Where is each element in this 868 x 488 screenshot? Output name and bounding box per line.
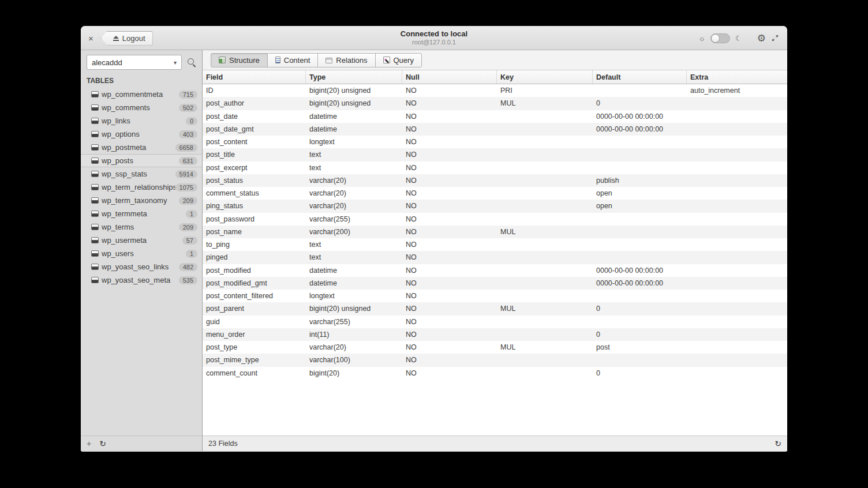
add-button[interactable]: + [87, 440, 91, 448]
tab-content[interactable]: Content [267, 53, 319, 67]
cell: 0000-00-00 00:00:00 [593, 123, 687, 136]
view-tabs: StructureContentRelationsQuery [211, 53, 422, 67]
cell: comment_status [203, 187, 306, 200]
cell: post_date [203, 110, 306, 123]
cell: post_author [203, 97, 306, 110]
field-row-post_parent[interactable]: post_parentbigint(20) unsignedNOMUL0 [203, 302, 787, 315]
cell [497, 264, 593, 277]
field-row-post_author[interactable]: post_authorbigint(20) unsignedNOMUL0 [203, 97, 787, 110]
table-icon [91, 184, 99, 190]
cell: post_title [203, 148, 306, 161]
cell: MUL [497, 226, 593, 238]
tab-query[interactable]: Query [375, 53, 422, 67]
cell: longtext [306, 290, 402, 302]
cell: MUL [497, 341, 593, 354]
sidebar-item-wp_posts[interactable]: wp_posts631 [81, 154, 202, 167]
cell [593, 316, 687, 328]
sidebar-item-wp_usermeta[interactable]: wp_usermeta57 [81, 234, 202, 247]
field-row-post_content[interactable]: post_contentlongtextNO [203, 136, 787, 148]
cell: varchar(100) [306, 354, 402, 366]
field-row-comment_count[interactable]: comment_countbigint(20)NO0 [203, 367, 787, 380]
tab-relations[interactable]: Relations [317, 53, 375, 67]
field-row-post_mime_type[interactable]: post_mime_typevarchar(100)NO [203, 354, 787, 366]
field-row-post_name[interactable]: post_namevarchar(200)NOMUL [203, 226, 787, 238]
database-selector-value: alecaddd [92, 58, 122, 67]
field-row-ping_status[interactable]: ping_statusvarchar(20)NOopen [203, 200, 787, 212]
cell [593, 213, 687, 226]
sidebar-item-wp_users[interactable]: wp_users1 [81, 247, 202, 260]
cell: datetime [306, 110, 402, 123]
cell: NO [402, 316, 497, 328]
fullscreen-button[interactable] [771, 34, 779, 42]
table-name: wp_commentmeta [102, 90, 179, 99]
sidebar-item-wp_yoast_seo_links[interactable]: wp_yoast_seo_links482 [81, 260, 202, 273]
cell [687, 187, 787, 200]
sidebar-item-wp_termmeta[interactable]: wp_termmeta1 [81, 207, 202, 220]
sidebar-item-wp_comments[interactable]: wp_comments502 [81, 101, 202, 114]
field-row-post_password[interactable]: post_passwordvarchar(255)NO [203, 213, 787, 226]
refresh-structure-button[interactable]: ↻ [775, 440, 781, 448]
column-header-extra[interactable]: Extra [687, 70, 787, 84]
search-tables-button[interactable] [186, 57, 197, 68]
cell [497, 200, 593, 212]
table-name: wp_term_relationships [102, 183, 175, 192]
sidebar-item-wp_commentmeta[interactable]: wp_commentmeta715 [81, 88, 202, 101]
field-row-menu_order[interactable]: menu_orderint(11)NO0 [203, 328, 787, 341]
field-row-post_content_filtered[interactable]: post_content_filteredlongtextNO [203, 290, 787, 302]
database-selector[interactable]: alecaddd ▾ [87, 55, 182, 70]
field-row-post_title[interactable]: post_titletextNO [203, 148, 787, 161]
sidebar-item-wp_options[interactable]: wp_options403 [81, 127, 202, 141]
row-count-badge: 715 [179, 91, 197, 99]
cell: datetime [306, 277, 402, 290]
table-name: wp_term_taxonomy [102, 196, 179, 205]
field-row-to_ping[interactable]: to_pingtextNO [203, 238, 787, 251]
field-row-post_status[interactable]: post_statusvarchar(20)NOpublish [203, 174, 787, 187]
cell [497, 251, 593, 264]
sidebar-item-wp_term_relationships[interactable]: wp_term_relationships1075 [81, 181, 202, 194]
sidebar-item-wp_links[interactable]: wp_links0 [81, 114, 202, 127]
cell: 0 [593, 367, 687, 380]
cell: 0000-00-00 00:00:00 [593, 110, 687, 123]
table-icon [91, 224, 99, 230]
refresh-tables-button[interactable]: ↻ [99, 440, 106, 448]
close-window-button[interactable]: × [87, 34, 95, 43]
table-icon [91, 118, 99, 124]
column-header-type[interactable]: Type [306, 70, 402, 84]
field-row-post_date_gmt[interactable]: post_date_gmtdatetimeNO0000-00-00 00:00:… [203, 123, 787, 136]
column-header-null[interactable]: Null [402, 70, 497, 84]
cell [687, 290, 787, 302]
cell: post_mime_type [203, 354, 306, 366]
logout-label: Logout [122, 34, 145, 43]
field-row-post_date[interactable]: post_datedatetimeNO0000-00-00 00:00:00 [203, 110, 787, 123]
cell: varchar(200) [306, 226, 402, 238]
field-row-guid[interactable]: guidvarchar(255)NO [203, 316, 787, 328]
field-row-post_excerpt[interactable]: post_excerpttextNO [203, 162, 787, 174]
sidebar-item-wp_ssp_stats[interactable]: wp_ssp_stats5914 [81, 167, 202, 181]
chevron-down-icon: ▾ [174, 59, 177, 66]
cell [687, 316, 787, 328]
column-header-key[interactable]: Key [497, 70, 593, 84]
cell [593, 226, 687, 238]
row-count-badge: 535 [179, 276, 197, 284]
column-header-field[interactable]: Field [203, 70, 306, 84]
sidebar-item-wp_yoast_seo_meta[interactable]: wp_yoast_seo_meta535 [81, 273, 202, 287]
field-row-pinged[interactable]: pingedtextNO [203, 251, 787, 264]
column-header-default[interactable]: Default [593, 70, 687, 84]
cell: NO [402, 354, 497, 366]
cell [687, 174, 787, 187]
cell: publish [593, 174, 687, 187]
sidebar-item-wp_term_taxonomy[interactable]: wp_term_taxonomy209 [81, 194, 202, 207]
field-row-post_type[interactable]: post_typevarchar(20)NOMULpost [203, 341, 787, 354]
field-row-comment_status[interactable]: comment_statusvarchar(20)NOopen [203, 187, 787, 200]
theme-toggle[interactable] [710, 33, 730, 43]
sidebar-item-wp_terms[interactable]: wp_terms209 [81, 220, 202, 234]
table-name: wp_posts [102, 156, 179, 165]
field-row-post_modified_gmt[interactable]: post_modified_gmtdatetimeNO0000-00-00 00… [203, 277, 787, 290]
field-row-post_modified[interactable]: post_modifieddatetimeNO0000-00-00 00:00:… [203, 264, 787, 277]
sidebar-item-wp_postmeta[interactable]: wp_postmeta6658 [81, 141, 202, 154]
cell [497, 316, 593, 328]
logout-button[interactable]: Logout [101, 31, 153, 46]
settings-button[interactable]: ⚙ [757, 32, 766, 44]
field-row-ID[interactable]: IDbigint(20) unsignedNOPRIauto_increment [203, 84, 787, 97]
tab-structure[interactable]: Structure [211, 53, 268, 67]
